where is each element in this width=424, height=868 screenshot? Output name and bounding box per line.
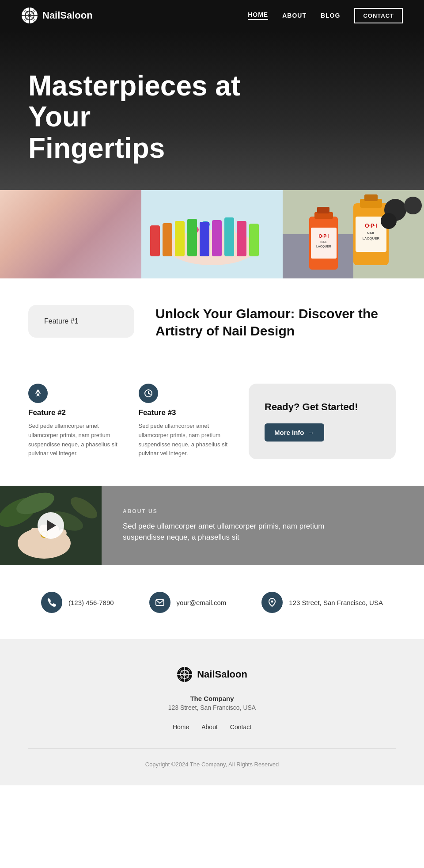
svg-rect-35 [212,220,222,256]
logo-icon [21,7,38,24]
navbar: NailSaloon HOME ABOUT BLOG CONTACT [0,0,424,31]
footer: NailSaloon The Company 123 Street, San F… [0,640,424,785]
hero-section: Masterpieces at Your Fingertips [0,31,424,190]
feature1-label: Feature #1 [44,317,78,325]
svg-text:NAIL: NAIL [320,240,327,244]
about-label: ABOUT US [123,508,335,514]
svg-rect-9 [0,234,141,278]
photo-strip: O·P·I NAIL LACQUER O·P·I NAIL LACQUER [0,190,424,278]
footer-copyright: Copyright ©2024 The Company, All Rights … [28,748,396,768]
salon-illustration [0,190,141,278]
svg-rect-11 [106,190,141,278]
footer-company: The Company [28,695,396,702]
svg-point-17 [4,243,22,261]
feature3-body: Sed pede ullamcorper amet ullamcorper pr… [139,422,235,458]
svg-rect-38 [249,224,259,256]
feature1-box: Feature #1 [28,305,134,338]
svg-rect-10 [88,190,141,278]
feature2-body: Sed pede ullamcorper amet ullamcorper pr… [28,422,125,458]
play-triangle-icon [47,520,56,531]
email-icon [155,598,165,607]
address-text: 123 Street, San Francisco, USA [289,599,383,606]
nav-about[interactable]: ABOUT [282,12,307,19]
about-content: ABOUT US Sed pede ullamcorper amet ullam… [102,486,356,565]
feature2-icon-wrap [28,384,48,403]
video-thumbnail[interactable] [0,486,102,565]
rocket-icon [33,388,43,398]
polish-illustration: O·P·I NAIL LACQUER O·P·I NAIL LACQUER [283,190,424,278]
hero-title: Masterpieces at Your Fingertips [28,70,293,164]
footer-links: Home About Contact [28,723,396,731]
three-col-section: Feature #2 Sed pede ullamcorper amet ull… [0,366,424,486]
svg-rect-43 [364,194,378,201]
footer-link-about[interactable]: About [201,723,218,731]
feature1-section: Feature #1 Unlock Your Glamour: Discover… [0,278,424,366]
brand-name: NailSaloon [42,10,93,21]
svg-rect-13 [35,250,40,272]
footer-link-contact[interactable]: Contact [230,723,251,731]
svg-text:LACQUER: LACQUER [316,245,331,248]
footer-link-home[interactable]: Home [173,723,189,731]
svg-line-61 [148,393,150,394]
svg-text:O·P·I: O·P·I [319,234,329,239]
svg-point-19 [4,240,14,251]
about-description: Sed pede ullamcorper amet ullamcorper pr… [123,521,335,543]
footer-logo-icon [177,666,193,682]
feature3-label: Feature #3 [139,408,235,417]
svg-point-15 [46,210,68,236]
nav-contact-button[interactable]: CONTACT [354,8,403,23]
svg-point-56 [404,197,422,214]
svg-rect-16 [44,234,71,270]
email-text: your@email.com [177,599,227,606]
svg-rect-36 [224,217,234,256]
arrow-icon: → [308,429,314,436]
feature3-icon-wrap [139,384,158,403]
nav-home[interactable]: HOME [248,11,268,20]
about-section: ABOUT US Sed pede ullamcorper amet ullam… [0,486,424,565]
clock-icon [144,388,153,398]
feature2-col: Feature #2 Sed pede ullamcorper amet ull… [28,384,125,458]
svg-rect-31 [163,223,172,256]
phone-icon [47,598,57,607]
svg-rect-30 [150,225,160,256]
nav-blog[interactable]: BLOG [321,12,340,19]
feature2-label: Feature #2 [28,408,125,417]
contact-email-item: your@email.com [149,592,227,613]
feature1-text: Unlock Your Glamour: Discover the Artist… [155,305,396,339]
contact-address-item: 123 Street, San Francisco, USA [261,592,383,613]
svg-point-58 [37,392,39,394]
svg-rect-37 [237,221,246,256]
svg-point-18 [15,241,29,254]
photo-salon [0,190,141,278]
svg-rect-33 [187,219,197,256]
photo-nails [141,190,283,278]
svg-rect-12 [26,243,88,250]
contact-info-section: (123) 456-7890 your@email.com 123 Street… [0,565,424,640]
location-icon [267,598,277,607]
svg-text:O·P·I: O·P·I [365,223,377,229]
svg-rect-14 [75,250,80,272]
svg-point-74 [271,601,273,603]
cta-heading: Ready? Get Started! [265,401,380,413]
play-button[interactable] [38,512,64,539]
email-icon-wrap [149,592,170,613]
svg-rect-32 [175,221,185,256]
feature1-heading: Unlock Your Glamour: Discover the Artist… [155,305,396,339]
cta-card: Ready? Get Started! More Info → [249,384,396,459]
footer-address: 123 Street, San Francisco, USA [28,704,396,711]
contact-phone-item: (123) 456-7890 [41,592,114,613]
svg-rect-34 [200,222,209,256]
phone-icon-wrap [41,592,62,613]
svg-text:LACQUER: LACQUER [363,236,380,240]
svg-rect-8 [0,190,141,278]
footer-logo: NailSaloon [28,666,396,682]
nav-links: HOME ABOUT BLOG CONTACT [248,8,403,23]
svg-text:NAIL: NAIL [367,231,375,235]
svg-rect-50 [317,207,329,213]
more-info-label: More Info [274,429,304,436]
location-icon-wrap [261,592,283,613]
footer-brand-name: NailSaloon [197,669,247,680]
more-info-button[interactable]: More Info → [265,423,324,442]
brand-logo[interactable]: NailSaloon [21,7,93,24]
nails-illustration [141,190,283,278]
